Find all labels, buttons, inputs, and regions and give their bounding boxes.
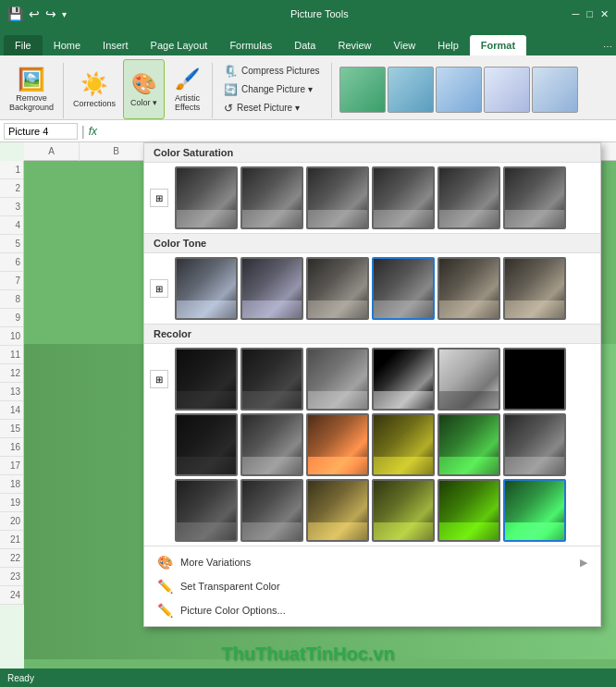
tab-data[interactable]: Data [283,35,326,55]
ct-thumb-2[interactable] [240,257,303,320]
compress-pictures-button[interactable]: 🗜️ Compress Pictures [220,63,323,80]
formula-bar: | fx [0,120,616,142]
color-button[interactable]: 🎨 Color ▾ [123,59,165,119]
compress-icon: 🗜️ [224,65,238,78]
title-bar-right: Picture Tools [290,8,349,19]
recolor-row-3 [175,479,595,542]
tab-file[interactable]: File [4,35,43,55]
tab-home[interactable]: Home [43,35,92,55]
rc-thumb-2[interactable] [240,348,303,411]
rc-thumb-16[interactable] [372,479,435,542]
remove-bg-label: RemoveBackground [9,94,54,113]
picture-color-options-action[interactable]: ✏️ Picture Color Options... [144,598,600,622]
minimize-button[interactable]: ─ [573,8,580,20]
tab-bar: File Home Insert Page Layout Formulas Da… [0,28,616,55]
color-tone-row: ⊞ [144,253,600,325]
corrections-button[interactable]: ☀️ Corrections [68,59,121,119]
close-button[interactable]: ✕ [600,8,609,20]
row-8: 8 [0,290,23,309]
recolor-row-2 [175,413,595,476]
rc-thumb-15[interactable] [306,479,369,542]
remove-background-button[interactable]: 🖼️ RemoveBackground [4,59,59,119]
color-icon: 🎨 [131,72,156,96]
rc-thumb-6[interactable] [503,348,566,411]
tab-format[interactable]: Format [470,35,526,55]
fx-label: fx [89,125,97,138]
cs-thumb-6[interactable] [503,166,566,229]
row-18: 18 [0,475,23,494]
artistic-effects-button[interactable]: 🖌️ ArtisticEffects [166,59,208,119]
rc-thumb-4[interactable] [372,348,435,411]
reset-icon: ↺ [224,102,233,115]
ct-thumb-3[interactable] [306,257,369,320]
style-thumb-3[interactable] [436,67,482,113]
more-variations-label: More Variations [180,557,251,568]
tab-page-layout[interactable]: Page Layout [140,35,219,55]
window-controls: ─ □ ✕ [573,8,609,20]
tab-help[interactable]: Help [426,35,470,55]
quick-access-dropdown[interactable]: ▾ [62,9,67,19]
rc-thumb-17[interactable] [437,479,500,542]
style-thumb-1[interactable] [339,67,386,113]
cs-thumb-1[interactable] [175,166,238,229]
more-variations-icon: 🎨 [157,555,173,570]
reset-picture-button[interactable]: ↺ Reset Picture ▾ [220,100,323,117]
rc-thumb-18[interactable] [503,479,566,542]
rc-thumb-9[interactable] [306,413,369,476]
tab-review[interactable]: Review [326,35,382,55]
cs-thumb-2[interactable] [240,166,303,229]
tab-insert[interactable]: Insert [92,35,140,55]
row-9: 9 [0,309,23,327]
title-bar-left: 💾 ↩ ↪ ▾ [7,6,67,21]
undo-icon[interactable]: ↩ [29,6,40,21]
maximize-button[interactable]: □ [586,8,593,20]
watermark: ThuThuatTinHoc.vn [0,644,616,665]
ct-thumb-4[interactable] [372,257,435,320]
set-transparent-action[interactable]: ✏️ Set Transparent Color [144,574,600,598]
tell-me-box[interactable]: ⋯ [603,42,612,55]
tab-formulas[interactable]: Formulas [218,35,283,55]
rc-thumb-13[interactable] [175,479,238,542]
rc-thumb-3[interactable] [306,348,369,411]
style-thumb-2[interactable] [388,67,434,113]
rc-thumb-8[interactable] [240,413,303,476]
row-10: 10 [0,327,23,346]
row-3: 3 [0,198,23,216]
row-13: 13 [0,383,23,401]
rc-thumb-14[interactable] [240,479,303,542]
set-transparent-icon: ✏️ [157,579,173,594]
row-4: 4 [0,216,23,235]
color-saturation-header: Color Saturation [144,143,600,163]
col-b-header: B [80,142,154,161]
status-bar: Ready [0,669,616,687]
corrections-label: Corrections [73,99,116,108]
row-7: 7 [0,272,23,290]
cs-thumb-3[interactable] [306,166,369,229]
sheet-area: A B 1 2 3 4 5 6 7 8 9 10 11 12 13 14 15 … [0,142,616,687]
cs-thumb-4[interactable] [372,166,435,229]
rc-thumb-5[interactable] [437,348,500,411]
style-thumb-5[interactable] [532,67,578,113]
change-pic-icon: 🔄 [224,83,238,96]
change-picture-button[interactable]: 🔄 Change Picture ▾ [220,81,323,98]
tab-view[interactable]: View [383,35,427,55]
rc-thumb-12[interactable] [503,413,566,476]
row-23: 23 [0,568,23,586]
row-2: 2 [0,179,23,198]
save-icon[interactable]: 💾 [7,6,23,21]
rc-thumb-11[interactable] [437,413,500,476]
cs-thumb-5[interactable] [437,166,500,229]
row-5: 5 [0,235,23,253]
more-variations-action[interactable]: 🎨 More Variations ▶ [144,550,600,574]
rc-thumb-7[interactable] [175,413,238,476]
artistic-icon: 🖌️ [175,67,200,92]
ct-thumb-5[interactable] [437,257,500,320]
rc-thumb-10[interactable] [372,413,435,476]
rc-thumb-1[interactable] [175,348,238,411]
redo-icon[interactable]: ↪ [45,6,56,21]
style-thumb-4[interactable] [484,67,530,113]
name-box[interactable] [4,123,78,140]
ct-thumb-6[interactable] [503,257,566,320]
color-tone-header: Color Tone [144,234,600,253]
ct-thumb-1[interactable] [175,257,238,320]
